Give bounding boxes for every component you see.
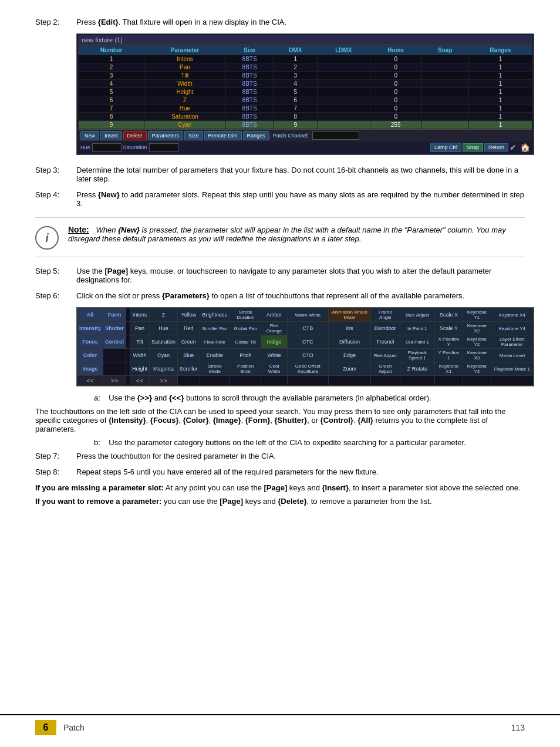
param-amber[interactable]: Amber (261, 308, 287, 322)
patch-channel-input[interactable] (312, 132, 359, 140)
parameters-button[interactable]: Parameters (148, 131, 184, 140)
hue-input[interactable] (92, 143, 122, 152)
cat-intensity[interactable]: Intensity (77, 322, 103, 335)
param-iris[interactable]: Iris (329, 322, 371, 335)
param-edge[interactable]: Edge (329, 349, 371, 362)
param-pos-blink[interactable]: Position Blink (230, 362, 261, 376)
param-frame-angle[interactable]: Frame Angle (370, 308, 400, 322)
step5-row: Step 5: Use the [Page] keys, mouse, or t… (35, 267, 525, 284)
saturation-input[interactable] (149, 143, 178, 152)
param-warm-white[interactable]: Warm White (287, 308, 328, 322)
param-intens[interactable]: Intens (130, 308, 150, 322)
param-cool-white[interactable]: Cool White (261, 362, 287, 376)
param-red[interactable]: Red (178, 322, 200, 335)
param-brightness[interactable]: Brightness (200, 308, 230, 322)
param-tilt[interactable]: Tilt (130, 335, 150, 349)
size-button[interactable]: Size (184, 131, 203, 140)
param-red-orange[interactable]: Red Orange (261, 322, 287, 335)
param-ctc[interactable]: CTC (287, 335, 328, 349)
param-in-point[interactable]: In Point 1 (400, 322, 434, 335)
param-layer-effect[interactable]: Layer Effect Parameter (491, 335, 533, 349)
param-diffusion[interactable]: Diffusion (329, 335, 371, 349)
cia-bottom-left: Hue Saturation (80, 143, 178, 152)
bold-para-1-label: If you are missing a parameter slot: (35, 483, 164, 492)
param-ypos1[interactable]: Y Position 1 (435, 349, 463, 362)
param-scroller-fan[interactable]: Scroller Fan (200, 322, 230, 335)
cat-all[interactable]: All (77, 308, 103, 322)
param-magenta[interactable]: Magenta (150, 362, 178, 376)
param-fresnel[interactable]: Fresnel (370, 335, 400, 349)
param-cyan[interactable]: Cyan (150, 349, 178, 362)
param-red-adjust[interactable]: Red Adjust (370, 349, 400, 362)
ranges-button[interactable]: Ranges (243, 131, 269, 140)
param-gobo-offset[interactable]: Gobo Offset Amplitude (287, 362, 328, 376)
param-global-pan[interactable]: Global Pan (230, 322, 261, 335)
param-blue-adjust[interactable]: Blue Adjust (400, 308, 434, 322)
param-ky3[interactable]: Keystone Y3 (463, 362, 491, 376)
col-parameter: Parameter (144, 46, 226, 55)
param-media-level[interactable]: Media Level (491, 349, 533, 362)
param-ky2[interactable]: Keystone Y2 (463, 335, 491, 349)
new-button[interactable]: New (80, 131, 99, 140)
param-scale-y[interactable]: Scale Y (435, 322, 463, 335)
param-kx1[interactable]: Keystone X1 (435, 362, 463, 376)
param-kx4[interactable]: Keystone X4 (491, 308, 533, 322)
param-flow-rate[interactable]: Flow Rate (200, 335, 230, 349)
remote-dim-button[interactable]: Remote Dim (204, 131, 242, 140)
table-row-selected: 9 Cyan 8BTS 9 255 1 (79, 121, 532, 129)
param-saturation[interactable]: Saturation (150, 335, 178, 349)
param-yellow[interactable]: Yellow (178, 308, 200, 322)
param-z[interactable]: Z (150, 308, 178, 322)
cat-control[interactable]: Control (103, 335, 126, 349)
param-pan[interactable]: Pan (130, 322, 150, 335)
checkmark-icon: ✔ (510, 143, 517, 152)
return-button[interactable]: Return (484, 143, 508, 152)
param-ky1[interactable]: Keystone Y1 (463, 308, 491, 322)
delete-button[interactable]: Delete (123, 131, 147, 140)
param-kx3[interactable]: Keystone X3 (463, 349, 491, 362)
nav-prev-cat[interactable]: << (77, 376, 103, 386)
param-z-rotate[interactable]: Z Rotate (400, 362, 434, 376)
step7-row: Step 7: Press the touchbutton for the de… (35, 452, 525, 460)
param-blue[interactable]: Blue (178, 349, 200, 362)
param-hue[interactable]: Hue (150, 322, 178, 335)
insert-button[interactable]: Insert (100, 131, 122, 140)
param-ky4[interactable]: Keystone Y4 (491, 322, 533, 335)
lamp-ctrl-button[interactable]: Lamp Ctrl (430, 143, 461, 152)
step3-label: Step 3: (35, 166, 76, 183)
param-playback-mode[interactable]: Playback Mode 1 (491, 362, 533, 376)
param-anim-wheel[interactable]: Animation Wheel Mode (329, 308, 371, 322)
param-strobe-mode[interactable]: Strobe Mode (200, 362, 230, 376)
col-dmx: DMX (274, 46, 318, 55)
param-height[interactable]: Height (130, 362, 150, 376)
nav-prev-param[interactable]: << (130, 376, 150, 386)
param-barndoor[interactable]: Barndoor (370, 322, 400, 335)
param-green-adjust[interactable]: Green Adjust (370, 362, 400, 376)
param-scroller[interactable]: Scroller (178, 362, 200, 376)
param-strobe-duration[interactable]: Strobe Duration (230, 308, 261, 322)
param-out-point[interactable]: Out Point 1 (400, 335, 434, 349)
param-cto[interactable]: CTO (287, 349, 328, 362)
param-ctb[interactable]: CTB (287, 322, 328, 335)
param-playback-speed[interactable]: Playback Speed 1 (400, 349, 434, 362)
cat-image[interactable]: Image (77, 362, 103, 376)
param-global-tilt[interactable]: Global Tilt (230, 335, 261, 349)
cat-focus[interactable]: Focus (77, 335, 103, 349)
param-indigo[interactable]: Indigo (261, 335, 287, 349)
cat-color[interactable]: Color (77, 349, 103, 362)
param-kx2[interactable]: Keystone X2 (463, 322, 491, 335)
param-scale-x[interactable]: Scale X (435, 308, 463, 322)
cat-shutter[interactable]: Shutter (103, 322, 126, 335)
cat-form[interactable]: Form (103, 308, 126, 322)
param-width[interactable]: Width (130, 349, 150, 362)
snap-button[interactable]: Snap (463, 143, 483, 152)
param-white[interactable]: White (261, 349, 287, 362)
nav-next-cat[interactable]: >> (103, 376, 126, 386)
param-pitch[interactable]: Pitch (230, 349, 261, 362)
param-xpos-y[interactable]: X Position Y (435, 335, 463, 349)
param-enable[interactable]: Enable (200, 349, 230, 362)
param-zoom[interactable]: Zoom (329, 362, 371, 376)
footer-left: 6 Patch (35, 720, 85, 735)
param-green[interactable]: Green (178, 335, 200, 349)
nav-next-param[interactable]: >> (150, 376, 178, 386)
